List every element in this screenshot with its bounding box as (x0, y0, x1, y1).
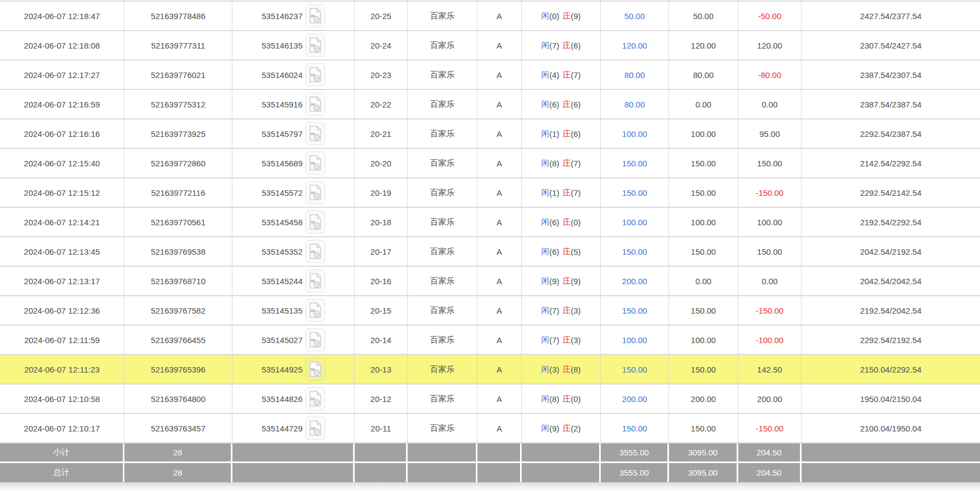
table-code: A (477, 208, 522, 236)
game-name: 百家乐 (408, 90, 477, 118)
balance: 2100.04/1950.04 (802, 414, 980, 442)
bet-amount: 100.00 (601, 208, 669, 236)
table-code: A (477, 119, 522, 148)
game-round-id-cell: 535145027 (232, 326, 355, 354)
video-replay-button[interactable] (306, 269, 325, 292)
video-replay-button[interactable] (306, 34, 325, 57)
subtotal-row: 小计 28 3555.00 3095.00 204.50 (0, 443, 980, 461)
video-replay-button[interactable] (306, 328, 325, 351)
bet-time: 2024-06-07 12:13:45 (0, 237, 124, 266)
table-code: A (477, 90, 522, 118)
video-replay-icon (309, 273, 322, 289)
subtotal-count: 28 (124, 443, 232, 461)
valid-bet: 150.00 (669, 178, 738, 207)
total-label: 总计 (0, 463, 124, 482)
player-score: (6) (549, 247, 559, 256)
player-label: 闲 (541, 158, 549, 169)
video-replay-icon (309, 302, 322, 319)
table-row[interactable]: 2024-06-07 12:15:12 521639772116 5351455… (0, 178, 980, 208)
player-score: (8) (549, 394, 559, 404)
game-round-id-cell: 535145797 (232, 119, 355, 148)
table-row[interactable]: 2024-06-07 12:16:16 521639773925 5351457… (0, 119, 980, 149)
bet-id: 521639775312 (124, 90, 232, 118)
valid-bet: 80.00 (669, 61, 738, 89)
game-name: 百家乐 (408, 119, 477, 148)
balance: 1950.04/2150.04 (802, 385, 980, 413)
banker-score: (9) (571, 11, 581, 21)
bet-time: 2024-06-07 12:12:36 (0, 296, 124, 325)
table-row[interactable]: 2024-06-07 12:18:47 521639778486 5351462… (0, 2, 980, 31)
banker-score: (9) (571, 277, 581, 286)
table-row[interactable]: 2024-06-07 12:18:08 521639777311 5351461… (0, 31, 980, 61)
round-number: 20-21 (355, 119, 408, 148)
game-result: 闲(6) 庄(0) (522, 208, 601, 236)
video-replay-button[interactable] (306, 299, 325, 322)
banker-label: 庄 (563, 276, 571, 286)
table-row[interactable]: 2024-06-07 12:10:17 521639763457 5351447… (0, 414, 980, 443)
win-loss: -150.00 (738, 296, 802, 325)
game-name: 百家乐 (408, 2, 477, 30)
valid-bet: 150.00 (669, 237, 738, 266)
video-replay-button[interactable] (306, 417, 325, 440)
video-replay-button[interactable] (306, 387, 325, 410)
video-replay-button[interactable] (306, 358, 325, 381)
win-loss: 200.00 (738, 385, 802, 413)
bet-id: 521639777311 (124, 31, 232, 59)
video-replay-button[interactable] (306, 211, 325, 233)
valid-bet: 150.00 (669, 414, 738, 442)
game-result: 闲(9) 庄(2) (522, 414, 601, 442)
game-round-id: 535145916 (261, 100, 302, 109)
banker-label: 庄 (563, 11, 571, 21)
video-replay-button[interactable] (306, 240, 325, 263)
video-replay-icon (309, 155, 322, 171)
bet-id: 521639772860 (124, 149, 232, 177)
win-loss: 150.00 (738, 237, 802, 266)
bet-time: 2024-06-07 12:17:27 (0, 61, 124, 89)
bet-id: 521639767582 (124, 296, 232, 325)
table-code: A (477, 296, 522, 325)
valid-bet: 200.00 (669, 385, 738, 413)
round-number: 20-25 (355, 2, 408, 30)
table-row[interactable]: 2024-06-07 12:15:40 521639772860 5351456… (0, 149, 980, 178)
video-replay-button[interactable] (306, 122, 325, 145)
valid-bet: 100.00 (669, 208, 738, 236)
player-label: 闲 (541, 129, 549, 139)
table-row[interactable]: 2024-06-07 12:17:27 521639776021 5351460… (0, 61, 980, 90)
bet-time: 2024-06-07 12:15:12 (0, 178, 124, 207)
valid-bet: 0.00 (669, 90, 738, 118)
game-round-id: 535145244 (261, 277, 302, 286)
round-number: 20-13 (355, 355, 408, 383)
player-score: (7) (549, 335, 559, 345)
bet-amount: 150.00 (601, 237, 669, 266)
game-result: 闲(4) 庄(7) (522, 61, 601, 89)
table-row[interactable]: 2024-06-07 12:10:58 521639764800 5351448… (0, 385, 980, 414)
balance: 2292.54/2192.54 (802, 326, 980, 354)
game-result: 闲(7) 庄(3) (522, 296, 601, 325)
player-score: (6) (549, 100, 559, 109)
video-replay-button[interactable] (306, 181, 325, 204)
bet-amount: 120.00 (601, 31, 669, 59)
game-round-id: 535144729 (261, 424, 302, 433)
table-row[interactable]: 2024-06-07 12:16:59 521639775312 5351459… (0, 90, 980, 119)
video-replay-button[interactable] (306, 93, 325, 116)
table-row[interactable]: 2024-06-07 12:11:59 521639766455 5351450… (0, 326, 980, 355)
bet-time: 2024-06-07 12:16:16 (0, 119, 124, 148)
round-number: 20-16 (355, 267, 408, 295)
table-row[interactable]: 2024-06-07 12:11:23 521639765396 5351449… (0, 355, 980, 385)
table-row[interactable]: 2024-06-07 12:13:17 521639768710 5351452… (0, 267, 980, 296)
game-name: 百家乐 (408, 208, 477, 236)
table-row[interactable]: 2024-06-07 12:14:21 521639770561 5351454… (0, 208, 980, 237)
player-label: 闲 (541, 70, 549, 80)
table-code: A (477, 2, 522, 30)
video-replay-button[interactable] (306, 63, 325, 86)
game-round-id: 535145797 (261, 129, 302, 139)
video-replay-button[interactable] (306, 4, 325, 27)
game-name: 百家乐 (408, 149, 477, 177)
total-bet: 3555.00 (601, 463, 669, 482)
game-result: 闲(0) 庄(9) (522, 2, 601, 30)
game-name: 百家乐 (408, 61, 477, 89)
table-row[interactable]: 2024-06-07 12:13:45 521639769538 5351453… (0, 237, 980, 267)
table-row[interactable]: 2024-06-07 12:12:36 521639767582 5351451… (0, 296, 980, 326)
video-replay-button[interactable] (306, 152, 325, 175)
win-loss: 120.00 (738, 31, 802, 59)
